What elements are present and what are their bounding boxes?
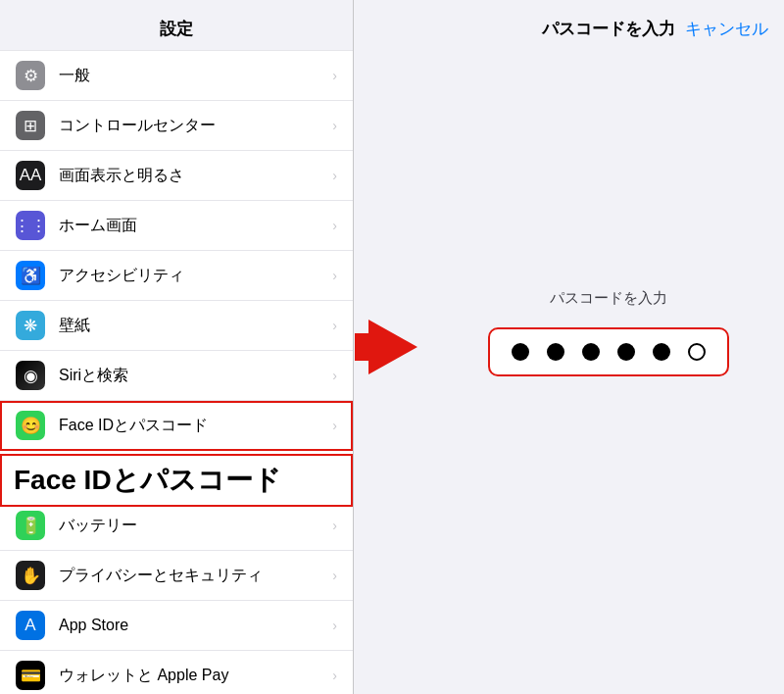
faceid-chevron: › xyxy=(332,418,337,433)
faceid-icon: 😊 xyxy=(16,411,45,440)
settings-item-wallet[interactable]: 💳ウォレットと Apple Pay› xyxy=(0,651,353,694)
settings-header: 設定 xyxy=(0,0,353,50)
display-icon: AA xyxy=(16,161,45,190)
wallpaper-icon: ❋ xyxy=(16,311,45,340)
privacy-chevron: › xyxy=(332,568,337,583)
left-panel: 設定 ⚙一般›⊞コントロールセンター›AA画面表示と明るさ›⋮⋮ホーム画面›♿ア… xyxy=(0,0,353,694)
wallet-label: ウォレットと Apple Pay xyxy=(59,666,328,686)
settings-item-home[interactable]: ⋮⋮ホーム画面› xyxy=(0,201,353,251)
appstore-chevron: › xyxy=(332,618,337,633)
siri-label: Siriと検索 xyxy=(59,366,328,386)
settings-item-display[interactable]: AA画面表示と明るさ› xyxy=(0,151,353,201)
passcode-dot-4 xyxy=(617,343,635,361)
settings-item-privacy[interactable]: ✋プライバシーとセキュリティ› xyxy=(0,551,353,601)
display-label: 画面表示と明るさ xyxy=(59,166,328,186)
wallet-icon: 💳 xyxy=(16,661,45,690)
battery-label: バッテリー xyxy=(59,516,328,536)
settings-item-siri[interactable]: ◉Siriと検索› xyxy=(0,351,353,401)
passcode-label: パスコードを入力 xyxy=(550,289,667,308)
faceid-tooltip: Face IDとパスコード xyxy=(0,454,353,507)
accessibility-icon: ♿ xyxy=(16,261,45,290)
privacy-label: プライバシーとセキュリティ xyxy=(59,566,328,586)
control-icon: ⊞ xyxy=(16,111,45,140)
passcode-dot-3 xyxy=(582,343,600,361)
settings-item-general[interactable]: ⚙一般› xyxy=(0,50,353,101)
accessibility-chevron: › xyxy=(332,268,337,283)
siri-chevron: › xyxy=(332,368,337,383)
control-label: コントロールセンター xyxy=(59,116,328,136)
display-chevron: › xyxy=(332,168,337,183)
wallpaper-label: 壁紙 xyxy=(59,316,328,336)
accessibility-label: アクセシビリティ xyxy=(59,266,328,286)
passcode-dots-container[interactable] xyxy=(488,327,729,376)
divider-arrow-area xyxy=(354,0,432,694)
settings-item-wallpaper[interactable]: ❋壁紙› xyxy=(0,301,353,351)
settings-item-control[interactable]: ⊞コントロールセンター› xyxy=(0,101,353,151)
settings-item-faceid[interactable]: 😊Face IDとパスコード›Face IDとパスコード xyxy=(0,401,353,451)
siri-icon: ◉ xyxy=(16,361,45,390)
right-panel: パスコードを入力 キャンセル パスコードを入力 xyxy=(432,0,784,694)
battery-icon: 🔋 xyxy=(16,511,45,540)
passcode-dot-5 xyxy=(653,343,670,361)
passcode-dot-6 xyxy=(688,343,706,361)
right-arrow-icon xyxy=(368,320,417,374)
settings-list: ⚙一般›⊞コントロールセンター›AA画面表示と明るさ›⋮⋮ホーム画面›♿アクセシ… xyxy=(0,50,353,694)
passcode-header-title: パスコードを入力 xyxy=(542,18,675,40)
passcode-section: パスコードを入力 xyxy=(432,50,784,694)
home-chevron: › xyxy=(332,218,337,233)
battery-chevron: › xyxy=(332,518,337,533)
settings-item-accessibility[interactable]: ♿アクセシビリティ› xyxy=(0,251,353,301)
passcode-dot-2 xyxy=(547,343,564,361)
control-chevron: › xyxy=(332,118,337,133)
wallet-chevron: › xyxy=(332,668,337,683)
home-icon: ⋮⋮ xyxy=(16,211,45,240)
privacy-icon: ✋ xyxy=(16,561,45,590)
right-header: パスコードを入力 キャンセル xyxy=(432,0,784,50)
general-chevron: › xyxy=(332,68,337,83)
faceid-label: Face IDとパスコード xyxy=(59,416,328,436)
general-label: 一般 xyxy=(59,66,328,86)
general-icon: ⚙ xyxy=(16,61,45,90)
settings-item-appstore[interactable]: AApp Store› xyxy=(0,601,353,651)
wallpaper-chevron: › xyxy=(332,318,337,333)
appstore-label: App Store xyxy=(59,617,328,634)
home-label: ホーム画面 xyxy=(59,216,328,236)
appstore-icon: A xyxy=(16,611,45,640)
cancel-button[interactable]: キャンセル xyxy=(685,18,768,40)
passcode-dot-1 xyxy=(512,343,529,361)
settings-item-battery[interactable]: 🔋バッテリー› xyxy=(0,501,353,551)
